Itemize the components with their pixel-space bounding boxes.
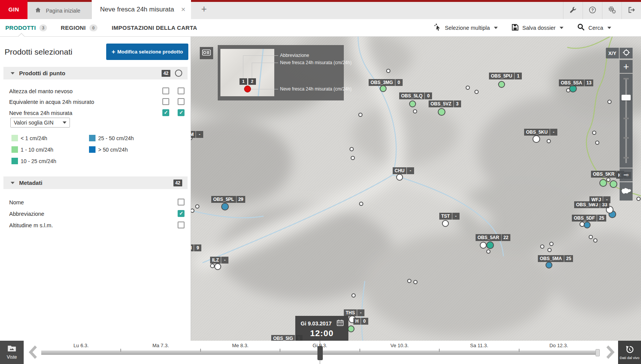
station-label[interactable]: OBS_5PU1 (489, 73, 522, 79)
station-dot[interactable] (549, 242, 554, 246)
station-dot[interactable] (480, 242, 487, 249)
station-marker[interactable] (348, 325, 354, 332)
zoom-in-button[interactable]: + (620, 60, 633, 73)
checkbox[interactable] (178, 98, 185, 105)
station-marker[interactable] (409, 100, 416, 107)
station-label[interactable]: OBS_5PL29 (211, 196, 245, 203)
tab-active[interactable]: Neve fresca 24h misurata ✕ (92, 0, 191, 19)
station-label[interactable]: OBS_5DF25 (572, 215, 606, 222)
search-dropdown[interactable]: Cerca (577, 23, 611, 32)
station-dot[interactable] (466, 86, 470, 90)
datetime-box[interactable]: Gi 9.03.2017 12:00 (295, 316, 348, 341)
station-dot[interactable] (359, 202, 363, 206)
station-label[interactable]: I9 (191, 244, 201, 251)
station-marker[interactable] (584, 222, 591, 228)
station-label[interactable]: CHU- (393, 167, 414, 174)
station-marker[interactable] (545, 262, 552, 269)
calendar-icon[interactable] (337, 319, 344, 327)
station-marker[interactable] (214, 263, 221, 270)
station-dot[interactable] (413, 109, 417, 113)
checkbox[interactable] (178, 109, 185, 116)
station-dot[interactable] (386, 69, 390, 73)
station-label[interactable]: OBS_5VZ3 (429, 100, 461, 107)
station-label[interactable]: M- (191, 131, 203, 138)
station-dot[interactable] (195, 204, 199, 209)
help-button[interactable]: ? (583, 2, 602, 19)
timeline-track-area[interactable]: Lu 6.3.Ma 7.3.Me 8.3.Gi 9.3.Ve 10.3.Sa 1… (41, 341, 599, 364)
station-marker[interactable] (498, 81, 505, 88)
section-header-metadata[interactable]: Metadati 42 (3, 176, 188, 189)
section-radio-icon[interactable] (175, 70, 182, 77)
threshold-select[interactable]: Valori soglia GIN (10, 118, 70, 128)
station-label[interactable]: OBS_5LQ0 (399, 92, 432, 99)
checkbox[interactable] (178, 87, 185, 94)
map-canvas[interactable]: OBS_3MG0OBS_5LQ0OBS_5VZ3OBS_5PU1OBS_5SA1… (191, 37, 641, 341)
zoom-slider-handle[interactable] (622, 95, 631, 100)
station-dot[interactable] (547, 139, 551, 143)
new-tab-button[interactable]: + (199, 3, 209, 15)
timeline-scrubber-handle[interactable] (317, 346, 323, 360)
station-dot[interactable] (606, 178, 610, 182)
map-legend-toggle-button[interactable] (200, 47, 213, 59)
logout-button[interactable] (622, 2, 641, 19)
station-marker[interactable] (533, 135, 540, 143)
locate-button[interactable] (620, 48, 633, 58)
station-marker[interactable] (610, 180, 617, 188)
checkbox[interactable] (162, 98, 169, 105)
zoom-slider[interactable] (620, 74, 633, 168)
timeline-end-handle[interactable] (596, 349, 600, 356)
zoom-out-button[interactable]: − (620, 168, 633, 181)
edit-product-selection-button[interactable]: + Modifica selezione prodotto (106, 44, 188, 60)
station-dot[interactable] (474, 90, 479, 94)
station-marker[interactable] (442, 220, 449, 227)
checkbox[interactable] (162, 109, 169, 116)
station-dot[interactable] (607, 100, 612, 104)
tab-regioni[interactable]: REGIONI (61, 24, 86, 31)
checkbox[interactable] (162, 87, 169, 94)
station-dot[interactable] (351, 156, 355, 160)
station-marker[interactable] (486, 241, 494, 249)
station-label[interactable]: OBS_5MA25 (538, 255, 573, 262)
switzerland-extent-button[interactable] (620, 182, 633, 201)
station-dot[interactable] (547, 248, 552, 252)
station-dot[interactable] (636, 197, 641, 201)
section-header-point-products[interactable]: Prodotti di punto 42 (3, 67, 188, 79)
station-dot[interactable] (351, 293, 356, 298)
multi-select-dropdown[interactable]: Selezione multipla (434, 23, 498, 32)
station-dot[interactable] (540, 244, 544, 249)
tab-prodotti[interactable]: PRODOTTI (5, 24, 36, 31)
station-dot[interactable] (350, 147, 354, 151)
checkbox[interactable] (178, 222, 185, 228)
station-marker[interactable] (438, 108, 445, 116)
tab-impostazioni-carta[interactable]: IMPOSTAZIONI DELLA CARTA (112, 24, 197, 31)
station-dot[interactable] (486, 249, 490, 254)
settings-button[interactable] (602, 2, 622, 19)
station-label[interactable]: ILZ- (210, 257, 228, 264)
tools-button[interactable] (563, 2, 583, 19)
station-dot[interactable] (593, 238, 597, 243)
station-label[interactable]: THS- (344, 309, 364, 316)
timeline-prev-button[interactable] (27, 345, 39, 360)
station-dot[interactable] (589, 235, 593, 239)
save-dossier-dropdown[interactable]: Salva dossier (512, 24, 563, 32)
views-button[interactable]: Viste (0, 341, 24, 364)
timeline-next-button[interactable] (604, 345, 617, 360)
station-marker[interactable] (599, 179, 607, 187)
station-label[interactable]: TST- (439, 213, 460, 220)
checkbox[interactable] (178, 199, 185, 205)
station-label[interactable]: WFJ- (589, 196, 610, 203)
station-label[interactable]: OBS_5AR22 (476, 234, 510, 241)
station-marker[interactable] (380, 85, 387, 92)
tab-home[interactable]: Pagina iniziale (28, 2, 92, 19)
station-dot[interactable] (413, 280, 418, 284)
station-dot[interactable] (592, 131, 596, 135)
station-dot[interactable] (191, 209, 194, 213)
station-marker[interactable] (221, 203, 229, 210)
station-dot[interactable] (595, 141, 599, 145)
station-dot[interactable] (358, 113, 363, 117)
live-data-button[interactable]: Dati dal vivo (618, 341, 641, 364)
station-label[interactable]: OBS_5SA13 (559, 79, 593, 86)
close-tab-icon[interactable]: ✕ (181, 6, 186, 13)
station-label[interactable]: OBS_3MG0 (369, 79, 403, 86)
checkbox[interactable] (178, 210, 185, 217)
